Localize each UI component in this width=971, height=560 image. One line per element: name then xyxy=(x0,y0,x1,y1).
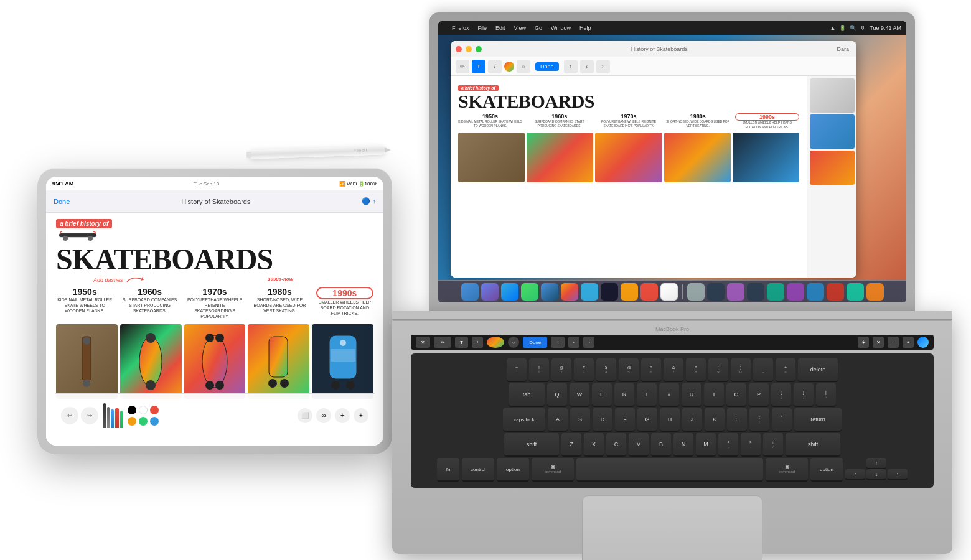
dock-safari-icon[interactable] xyxy=(501,283,518,301)
siri-status-icon[interactable]: 🎙 xyxy=(860,25,866,31)
key-g[interactable]: G xyxy=(637,408,657,431)
dock-extra-1[interactable] xyxy=(687,283,705,301)
key-capslock[interactable]: caps lock xyxy=(503,408,545,431)
dock-notes-icon[interactable] xyxy=(601,283,618,301)
touch-bar-share[interactable]: ↑ xyxy=(551,337,565,348)
key-fn[interactable]: fn xyxy=(437,458,459,480)
dock-extra-9[interactable] xyxy=(847,283,864,301)
key-j[interactable]: J xyxy=(682,408,702,431)
touch-bar-pencil[interactable]: ✏ xyxy=(434,337,451,348)
ff-thumb-1[interactable] xyxy=(810,78,855,113)
touch-bar-vol-up-icon[interactable]: + xyxy=(903,337,914,348)
touch-bar-vol-down-icon[interactable]: – xyxy=(888,337,899,348)
ff-done-button[interactable]: Done xyxy=(535,62,559,71)
ff-thumb-3[interactable] xyxy=(810,151,855,185)
menu-go[interactable]: Go xyxy=(532,25,545,31)
window-minimize-button[interactable] xyxy=(466,46,472,52)
color-orange[interactable] xyxy=(128,417,136,426)
menu-firefox[interactable]: Firefox xyxy=(449,25,472,31)
key-a[interactable]: A xyxy=(548,408,568,431)
key-x[interactable]: X xyxy=(584,433,604,455)
ff-pen-tool[interactable]: ✏ xyxy=(456,60,469,73)
ipad-undo-button[interactable]: ↩ xyxy=(61,407,78,424)
dock-mail-icon[interactable] xyxy=(541,283,558,301)
key-v[interactable]: V xyxy=(629,433,649,455)
ipad-extra-tool[interactable]: + xyxy=(354,408,368,423)
key-q[interactable]: Q xyxy=(547,383,567,406)
touch-bar-marker[interactable]: / xyxy=(472,337,483,348)
ipad-done-button[interactable]: Done xyxy=(54,198,70,205)
touch-bar-siri-icon[interactable] xyxy=(917,337,929,348)
key-minus[interactable]: _– xyxy=(753,358,773,381)
key-i[interactable]: I xyxy=(704,383,724,406)
ff-marker-tool[interactable]: / xyxy=(488,60,502,73)
key-p[interactable]: P xyxy=(749,383,769,406)
ff-thumb-2[interactable] xyxy=(810,114,855,149)
key-f[interactable]: F xyxy=(615,408,635,431)
key-y[interactable]: Y xyxy=(659,383,679,406)
touch-bar-close[interactable]: ✕ xyxy=(416,337,430,348)
key-arrow-up[interactable]: ↑ xyxy=(866,458,886,468)
key-9[interactable]: (9 xyxy=(708,358,728,381)
ipad-pen-1[interactable] xyxy=(103,403,106,428)
touch-bar-color[interactable] xyxy=(487,337,504,348)
ipad-more-tool[interactable]: + xyxy=(335,408,350,423)
key-command-left[interactable]: ⌘command xyxy=(532,458,574,480)
dock-extra-2[interactable] xyxy=(707,283,725,301)
key-option-right[interactable]: option xyxy=(810,458,843,480)
dock-extra-6[interactable] xyxy=(787,283,804,301)
color-black[interactable] xyxy=(128,406,136,414)
key-o[interactable]: O xyxy=(726,383,746,406)
ff-share-button[interactable]: ↑ xyxy=(564,60,578,73)
key-arrow-right[interactable]: › xyxy=(888,469,908,479)
touch-bar-nav-prev[interactable]: ‹ xyxy=(568,337,579,348)
key-1[interactable]: !1 xyxy=(529,358,549,381)
dock-extra-4[interactable] xyxy=(747,283,764,301)
key-equals[interactable]: += xyxy=(776,358,795,381)
ipad-redo-button[interactable]: ↪ xyxy=(81,407,98,424)
key-8[interactable]: *8 xyxy=(686,358,706,381)
key-r[interactable]: R xyxy=(614,383,634,406)
key-shift-right[interactable]: shift xyxy=(786,433,840,455)
key-comma[interactable]: <, xyxy=(718,433,738,455)
key-command-right[interactable]: ⌘command xyxy=(766,458,808,480)
key-s[interactable]: S xyxy=(570,408,590,431)
touch-bar-brightness-icon[interactable]: ☀ xyxy=(858,337,869,348)
dock-facetime-icon[interactable] xyxy=(581,283,598,301)
key-b[interactable]: B xyxy=(651,433,671,455)
ipad-lasso-tool[interactable]: ∞ xyxy=(316,408,331,423)
key-4[interactable]: $4 xyxy=(596,358,616,381)
dock-extra-7[interactable] xyxy=(807,283,824,301)
search-status-icon[interactable]: 🔍 xyxy=(850,25,856,31)
key-semicolon[interactable]: :; xyxy=(749,408,769,431)
key-c[interactable]: C xyxy=(606,433,626,455)
ipad-pen-4[interactable] xyxy=(115,408,119,428)
ipad-pen-3[interactable] xyxy=(111,409,114,428)
key-shift-left[interactable]: shift xyxy=(504,433,559,455)
window-maximize-button[interactable] xyxy=(476,46,482,52)
key-l[interactable]: L xyxy=(727,408,747,431)
key-slash[interactable]: ?/ xyxy=(763,433,783,455)
menu-view[interactable]: View xyxy=(512,25,528,31)
key-arrow-down[interactable]: ↓ xyxy=(866,469,886,479)
key-d[interactable]: D xyxy=(593,408,612,431)
touch-bar-mute-icon[interactable]: ✕ xyxy=(873,337,884,348)
ipad-pen-5[interactable] xyxy=(120,411,123,428)
color-red[interactable] xyxy=(150,406,159,414)
key-bracket-l[interactable]: {[ xyxy=(771,383,791,406)
color-white[interactable] xyxy=(139,406,148,414)
key-return[interactable]: return xyxy=(794,408,842,431)
ipad-eraser-tool[interactable]: ⬜ xyxy=(298,408,312,423)
dock-launchpad-icon[interactable] xyxy=(481,283,499,301)
touch-bar-text[interactable]: T xyxy=(455,337,468,348)
key-5[interactable]: %5 xyxy=(619,358,639,381)
color-blue[interactable] xyxy=(150,417,159,426)
ipad-undo-redo[interactable]: ↩ ↪ xyxy=(61,407,98,424)
key-7[interactable]: &7 xyxy=(664,358,683,381)
ipad-drawing-toolbar[interactable]: ↩ ↪ ⬜ xyxy=(55,393,375,437)
key-period[interactable]: >. xyxy=(741,433,761,455)
menu-edit[interactable]: Edit xyxy=(493,25,508,31)
dock-messages-icon[interactable] xyxy=(521,283,538,301)
key-3[interactable]: #3 xyxy=(574,358,594,381)
menu-help[interactable]: Help xyxy=(577,25,594,31)
